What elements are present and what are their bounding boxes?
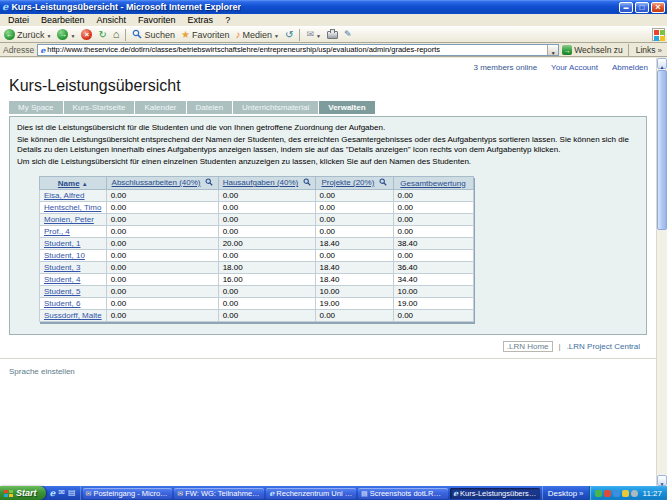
- back-button[interactable]: Zurück: [2, 28, 53, 41]
- menu-item[interactable]: Favoriten: [132, 14, 182, 26]
- maximize-button[interactable]: [635, 2, 649, 13]
- tab[interactable]: Kalender: [135, 101, 185, 114]
- task-button[interactable]: Kurs-Leistungsübersic...: [450, 488, 540, 499]
- titlebar: Kurs-Leistungsübersicht - Microsoft Inte…: [0, 0, 667, 14]
- student-link[interactable]: Student, 4: [44, 275, 80, 284]
- student-link[interactable]: Hentschel, Timo: [44, 203, 101, 212]
- sort-gesamtbewertung-link[interactable]: Gesamtbewertung: [400, 179, 465, 188]
- menu-item[interactable]: Bearbeiten: [35, 14, 91, 26]
- start-button[interactable]: Start: [0, 486, 46, 500]
- sort-projekte-link[interactable]: Projekte (20%): [321, 178, 374, 187]
- details-magnifier-icon[interactable]: [379, 178, 387, 188]
- home-button[interactable]: [111, 28, 122, 41]
- sort-abschlussarbeiten-link[interactable]: Abschlussarbeiten (40%): [112, 178, 201, 187]
- task-button[interactable]: FW: WG: Teilnahme v...: [174, 488, 264, 499]
- media-label: Medien: [243, 30, 273, 40]
- tray-icon[interactable]: [604, 490, 611, 497]
- task-button[interactable]: Posteingang - Micros...: [83, 488, 173, 499]
- members-online-link[interactable]: 3 members online: [474, 63, 538, 72]
- menu-item[interactable]: ?: [219, 14, 236, 26]
- forward-dropdown-icon[interactable]: [70, 30, 75, 40]
- student-link[interactable]: Monien, Peter: [44, 215, 94, 224]
- print-button[interactable]: [325, 28, 340, 41]
- window-title: Kurs-Leistungsübersicht - Microsoft Inte…: [11, 2, 241, 12]
- student-link[interactable]: Student, 1: [44, 239, 80, 248]
- logout-link[interactable]: Abmelden: [612, 63, 648, 72]
- menu-item[interactable]: Extras: [182, 14, 220, 26]
- task-buttons: Posteingang - Micros... FW: WG: Teilnahm…: [81, 486, 542, 500]
- menu-item[interactable]: Ansicht: [91, 14, 133, 26]
- refresh-button[interactable]: [96, 28, 108, 41]
- toolbar: Zurück Suchen Favoriten Medien: [0, 27, 667, 43]
- tray-icon[interactable]: [595, 490, 602, 497]
- student-link[interactable]: Student, 10: [44, 251, 85, 260]
- stop-button[interactable]: [79, 28, 94, 41]
- lrn-home-link[interactable]: .LRN Home: [503, 341, 553, 352]
- student-link[interactable]: Sussdorff, Malte: [44, 311, 102, 320]
- header-gesamtbewertung: Gesamtbewertung: [393, 177, 473, 190]
- your-account-link[interactable]: Your Account: [551, 63, 598, 72]
- address-input[interactable]: [47, 45, 547, 55]
- forward-button[interactable]: [55, 28, 77, 41]
- scroll-thumb[interactable]: [657, 70, 667, 230]
- student-name-cell: Student, 4: [40, 274, 107, 286]
- language-settings-link[interactable]: Sprache einstellen: [9, 367, 75, 376]
- tab[interactable]: Kurs-Startseite: [64, 101, 135, 114]
- scroll-up-button[interactable]: [657, 58, 667, 69]
- details-magnifier-icon[interactable]: [303, 178, 311, 188]
- go-button[interactable]: Wechseln zu: [562, 45, 623, 55]
- task-button[interactable]: Rechenzentrum Uni K...: [266, 488, 356, 499]
- tab[interactable]: My Space: [9, 101, 63, 114]
- projekte-value: 18.40: [315, 274, 393, 286]
- tab[interactable]: Verwalten: [319, 101, 374, 114]
- stop-icon: [81, 29, 92, 40]
- address-dropdown-button[interactable]: [547, 45, 558, 55]
- sort-hausaufgaben-link[interactable]: Hausaufgaben (40%): [223, 178, 299, 187]
- menu-item[interactable]: Datei: [2, 14, 35, 26]
- task-button[interactable]: Screenshots dotLRN...: [358, 488, 448, 499]
- table-row: Sussdorff, Malte 0.00 0.00 0.00 0.00: [40, 310, 474, 322]
- quick-launch-ie-icon[interactable]: [50, 488, 56, 499]
- taskbar-clock[interactable]: 11:27: [643, 489, 662, 498]
- student-link[interactable]: Student, 3: [44, 263, 80, 272]
- details-magnifier-icon[interactable]: [205, 178, 213, 188]
- desktop-toolbar[interactable]: Desktop: [542, 486, 589, 500]
- tab[interactable]: Dateien: [187, 101, 233, 114]
- ie-logo-icon: [2, 1, 8, 13]
- links-toolbar[interactable]: Links: [636, 45, 662, 55]
- lrn-project-central-link[interactable]: .LRN Project Central: [567, 342, 640, 351]
- tab[interactable]: Unterrichtsmaterial: [233, 101, 318, 114]
- gesamtbewertung-value: 36.40: [393, 262, 473, 274]
- scroll-down-button[interactable]: [657, 475, 667, 486]
- minimize-button[interactable]: [619, 2, 633, 13]
- system-tray: 11:27: [589, 486, 667, 500]
- favorites-button[interactable]: Favoriten: [179, 28, 232, 41]
- tray-icon[interactable]: [622, 490, 629, 497]
- mail-dropdown-icon[interactable]: [316, 30, 321, 40]
- vertical-scrollbar[interactable]: [656, 58, 667, 486]
- student-name-cell: Student, 6: [40, 298, 107, 310]
- description-paragraph: Sie können die Leistungsübersicht entspr…: [17, 135, 639, 155]
- back-label: Zurück: [17, 30, 45, 40]
- table-row: Eisa, Alfred 0.00 0.00 0.00 0.00: [40, 190, 474, 202]
- student-link[interactable]: Eisa, Alfred: [44, 191, 84, 200]
- sort-name-link[interactable]: Name: [58, 179, 80, 188]
- close-button[interactable]: [651, 2, 665, 13]
- student-name-cell: Sussdorff, Malte: [40, 310, 107, 322]
- tray-icon[interactable]: [631, 490, 638, 497]
- student-link[interactable]: Prof., 4: [44, 227, 70, 236]
- student-link[interactable]: Student, 5: [44, 287, 80, 296]
- search-icon: [132, 29, 142, 41]
- media-button[interactable]: Medien: [234, 28, 281, 41]
- tray-icon[interactable]: [613, 490, 620, 497]
- edit-button[interactable]: [342, 28, 354, 41]
- quick-launch-mail-icon[interactable]: [58, 488, 65, 498]
- table-row: Student, 10 0.00 0.00 0.00 0.00: [40, 250, 474, 262]
- mail-button[interactable]: [304, 28, 323, 41]
- media-dropdown-icon[interactable]: [274, 30, 279, 40]
- show-desktop-icon[interactable]: [68, 488, 76, 498]
- search-button[interactable]: Suchen: [130, 28, 177, 41]
- back-dropdown-icon[interactable]: [47, 30, 52, 40]
- history-button[interactable]: [283, 28, 295, 41]
- student-link[interactable]: Student, 6: [44, 299, 80, 308]
